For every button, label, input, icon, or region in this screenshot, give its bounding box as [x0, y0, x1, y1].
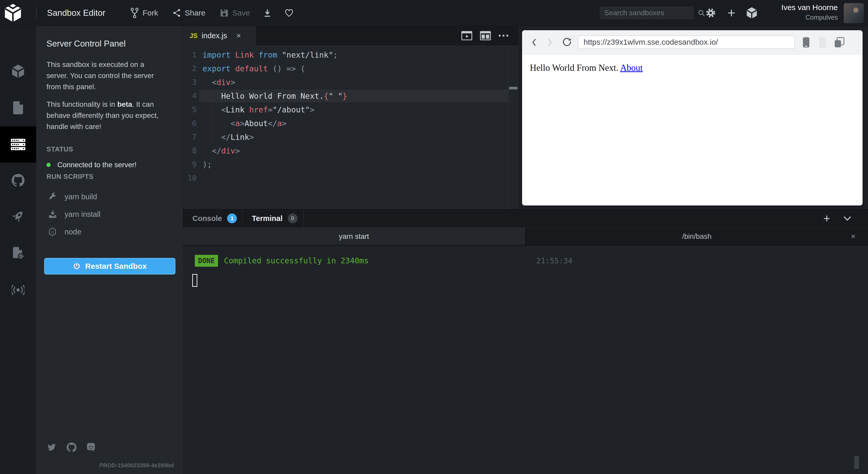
script-label: yarn build [65, 192, 97, 201]
code-line[interactable]: <div> [203, 76, 235, 89]
top-bar: Sandbox Editor Fork Share Save + [0, 0, 868, 26]
install-icon [49, 210, 57, 218]
search-icon[interactable] [698, 9, 705, 17]
devtools-header: Console 1 Terminal 0 + [183, 209, 868, 228]
responsive-mode-icon [803, 37, 810, 48]
rail-item-files[interactable] [0, 90, 36, 126]
avatar[interactable] [844, 3, 864, 23]
code-line[interactable]: <Link href="/about"> [203, 103, 315, 117]
code-line[interactable]: import Link from "next/link"; [203, 48, 338, 62]
refresh-button[interactable] [562, 30, 572, 54]
preview-layout-icon [819, 37, 826, 48]
script-node[interactable]: JS node [36, 224, 183, 239]
responsive-mode-button[interactable] [803, 30, 810, 54]
line-number: 9 [183, 158, 196, 171]
refresh-icon [562, 38, 572, 47]
discord-icon [86, 442, 96, 452]
codesandbox-logo[interactable] [5, 4, 21, 22]
terminal-scrollbar-thumb[interactable] [854, 456, 859, 469]
restart-sandbox-label: Restart Sandbox [85, 262, 147, 271]
forward-button[interactable] [548, 30, 553, 54]
save-icon [220, 9, 228, 17]
script-yarn-install[interactable]: yarn install [36, 207, 183, 222]
rail-item-deployment[interactable] [0, 198, 36, 234]
line-number: 1 [183, 48, 196, 62]
panel-beta-note: This functionality is in beta. It can be… [46, 99, 173, 132]
gear-icon [706, 8, 716, 18]
topbar-divider [36, 7, 37, 19]
code-line[interactable]: export default () => ( [203, 62, 305, 76]
rail-item-github[interactable] [0, 162, 36, 199]
fork-button[interactable]: Fork [130, 0, 158, 26]
rail-item-live[interactable] [0, 272, 36, 308]
add-shell-button[interactable]: + [823, 209, 830, 228]
discord-link[interactable] [86, 442, 96, 452]
codesandbox-logo-icon [5, 4, 21, 22]
share-label: Share [185, 8, 206, 17]
twitter-link[interactable] [46, 442, 57, 452]
script-yarn-build[interactable]: yarn build [36, 189, 183, 204]
status-text: Connected to the server! [57, 161, 137, 169]
shell-tab-yarn-start[interactable]: yarn start [183, 228, 525, 245]
collapse-panel-button[interactable] [843, 209, 851, 228]
split-view-button[interactable] [480, 26, 491, 46]
search-input[interactable] [599, 9, 698, 17]
run-scripts-heading: RUN SCRIPTS [46, 173, 94, 181]
more-options-button[interactable] [499, 26, 508, 46]
code-line[interactable]: <a>About</a> [203, 117, 286, 130]
tab-console[interactable]: Console 1 [192, 209, 237, 228]
plus-icon: + [823, 211, 830, 226]
share-icon [173, 8, 181, 17]
tab-terminal[interactable]: Terminal 0 [252, 209, 298, 228]
plus-icon: + [727, 5, 735, 21]
url-input[interactable] [578, 35, 795, 49]
settings-button[interactable] [706, 0, 716, 26]
code-line[interactable]: Hello World From Next.{" "} [203, 89, 347, 103]
rail-item-project[interactable] [0, 53, 36, 89]
terminal-output[interactable]: DONE Compiled successfully in 2340ms 21:… [183, 245, 868, 474]
script-label: yarn install [65, 210, 100, 219]
beta-bold: beta [117, 100, 132, 108]
devtools-panel: Console 1 Terminal 0 + yarn start /bin/b… [183, 209, 868, 474]
line-number: 6 [183, 117, 196, 130]
about-link[interactable]: About [620, 63, 643, 73]
close-tab-icon[interactable]: × [237, 32, 241, 39]
preview-pane: Hello World From Next. About [519, 26, 868, 209]
split-view-icon [480, 31, 491, 40]
cube-icon [747, 7, 757, 19]
my-sandboxes-button[interactable] [747, 0, 757, 26]
open-preview-button[interactable] [461, 26, 472, 46]
back-icon [531, 38, 536, 47]
user-block[interactable]: Ives van Hoorne Compulves [781, 3, 838, 21]
node-icon: JS [49, 228, 57, 236]
restart-sandbox-button[interactable]: Restart Sandbox [44, 258, 176, 274]
code-line[interactable]: </Link> [203, 130, 254, 144]
panel-title: Server Control Panel [46, 39, 126, 49]
new-sandbox-button[interactable]: + [727, 0, 735, 26]
download-button[interactable] [263, 0, 272, 26]
code-line[interactable]: ); [203, 158, 212, 171]
share-button[interactable]: Share [173, 0, 206, 26]
line-number: 2 [183, 62, 196, 76]
preview-layout-button[interactable] [819, 30, 826, 54]
line-number: 3 [183, 76, 196, 89]
code-area[interactable]: 12345678910 import Link from "next/link"… [183, 46, 519, 209]
page-title: Sandbox Editor [47, 0, 105, 26]
open-new-window-button[interactable] [834, 30, 844, 54]
tab-index-js[interactable]: JS index.js × [183, 26, 256, 46]
close-shell-icon[interactable]: × [851, 228, 856, 245]
editor-scrollbar-thumb[interactable] [509, 87, 518, 89]
like-button[interactable] [284, 0, 294, 26]
back-button[interactable] [531, 30, 536, 54]
terminal-label: Terminal [252, 214, 283, 223]
save-button[interactable]: Save [220, 0, 250, 26]
shell-tab-bin-bash[interactable]: /bin/bash [525, 228, 868, 245]
tab-label: index.js [202, 32, 227, 40]
rail-item-config[interactable] [0, 235, 36, 271]
cube-icon [12, 65, 24, 78]
devtools-separator [242, 209, 243, 228]
github-link[interactable] [67, 442, 76, 452]
rail-item-server[interactable] [0, 126, 36, 162]
build-id: PROD-1540023398-4e289bd [99, 462, 174, 469]
code-line[interactable]: </div> [203, 144, 240, 158]
